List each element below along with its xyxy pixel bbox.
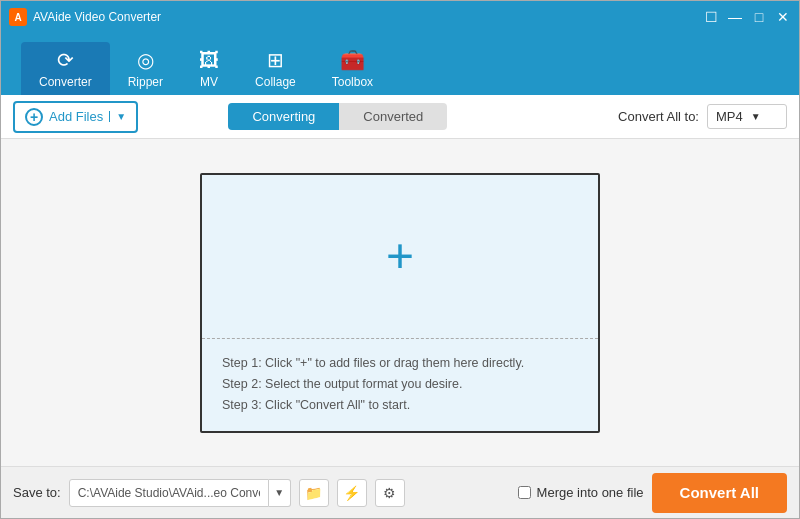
path-wrapper: ▼ bbox=[69, 479, 291, 507]
message-icon[interactable]: ☐ bbox=[703, 9, 719, 25]
merge-checkbox-group: Merge into one file bbox=[518, 485, 644, 500]
close-icon[interactable]: ✕ bbox=[775, 9, 791, 25]
main-content: + Step 1: Click "+" to add files or drag… bbox=[1, 139, 799, 466]
app-icon: A bbox=[9, 8, 27, 26]
converter-icon: ⟳ bbox=[57, 48, 74, 72]
tab-converting[interactable]: Converting bbox=[228, 103, 339, 130]
merge-label[interactable]: Merge into one file bbox=[537, 485, 644, 500]
flash-icon-button[interactable]: ⚡ bbox=[337, 479, 367, 507]
nav-item-converter[interactable]: ⟳ Converter bbox=[21, 42, 110, 95]
step2-text: Step 2: Select the output format you des… bbox=[222, 374, 578, 395]
tab-group: Converting Converted bbox=[228, 103, 447, 130]
format-value: MP4 bbox=[716, 109, 743, 124]
title-bar-controls: ☐ — □ ✕ bbox=[703, 9, 791, 25]
minimize-icon[interactable]: — bbox=[727, 9, 743, 25]
format-dropdown-icon: ▼ bbox=[751, 111, 761, 122]
nav-label-converter: Converter bbox=[39, 75, 92, 89]
nav-label-collage: Collage bbox=[255, 75, 296, 89]
ripper-icon: ◎ bbox=[137, 48, 154, 72]
maximize-icon[interactable]: □ bbox=[751, 9, 767, 25]
bottom-bar: Save to: ▼ 📁 ⚡ ⚙ Merge into one file Con… bbox=[1, 466, 799, 518]
title-bar: A AVAide Video Converter ☐ — □ ✕ bbox=[1, 1, 799, 33]
save-path-input[interactable] bbox=[69, 479, 269, 507]
folder-icon-button[interactable]: 📁 bbox=[299, 479, 329, 507]
nav-item-ripper[interactable]: ◎ Ripper bbox=[110, 42, 181, 95]
nav-item-mv[interactable]: 🖼 MV bbox=[181, 43, 237, 95]
nav-label-ripper: Ripper bbox=[128, 75, 163, 89]
title-bar-left: A AVAide Video Converter bbox=[9, 8, 161, 26]
drop-zone-area[interactable]: + bbox=[202, 175, 598, 338]
step3-text: Step 3: Click "Convert All" to start. bbox=[222, 395, 578, 416]
add-files-plus-icon: + bbox=[25, 108, 43, 126]
app-title: AVAide Video Converter bbox=[33, 10, 161, 24]
add-files-label: Add Files bbox=[49, 109, 103, 124]
tab-converted[interactable]: Converted bbox=[339, 103, 447, 130]
path-dropdown-button[interactable]: ▼ bbox=[269, 479, 291, 507]
nav-item-toolbox[interactable]: 🧰 Toolbox bbox=[314, 42, 391, 95]
settings-icon-button[interactable]: ⚙ bbox=[375, 479, 405, 507]
nav-bar: ⟳ Converter ◎ Ripper 🖼 MV ⊞ Collage 🧰 To… bbox=[1, 33, 799, 95]
format-select[interactable]: MP4 ▼ bbox=[707, 104, 787, 129]
convert-all-to-label: Convert All to: bbox=[618, 109, 699, 124]
nav-label-toolbox: Toolbox bbox=[332, 75, 373, 89]
step1-text: Step 1: Click "+" to add files or drag t… bbox=[222, 353, 578, 374]
toolbar: + Add Files ▼ Converting Converted Conve… bbox=[1, 95, 799, 139]
convert-all-to-group: Convert All to: MP4 ▼ bbox=[618, 104, 787, 129]
nav-item-collage[interactable]: ⊞ Collage bbox=[237, 42, 314, 95]
toolbox-icon: 🧰 bbox=[340, 48, 365, 72]
add-files-dropdown-icon[interactable]: ▼ bbox=[109, 111, 126, 122]
save-to-label: Save to: bbox=[13, 485, 61, 500]
drop-zone-plus-icon: + bbox=[386, 232, 414, 280]
nav-label-mv: MV bbox=[200, 75, 218, 89]
mv-icon: 🖼 bbox=[199, 49, 219, 72]
convert-all-button[interactable]: Convert All bbox=[652, 473, 787, 513]
drop-zone-instructions: Step 1: Click "+" to add files or drag t… bbox=[202, 338, 598, 431]
add-files-button[interactable]: + Add Files ▼ bbox=[13, 101, 138, 133]
merge-checkbox[interactable] bbox=[518, 486, 531, 499]
drop-zone[interactable]: + Step 1: Click "+" to add files or drag… bbox=[200, 173, 600, 433]
collage-icon: ⊞ bbox=[267, 48, 284, 72]
